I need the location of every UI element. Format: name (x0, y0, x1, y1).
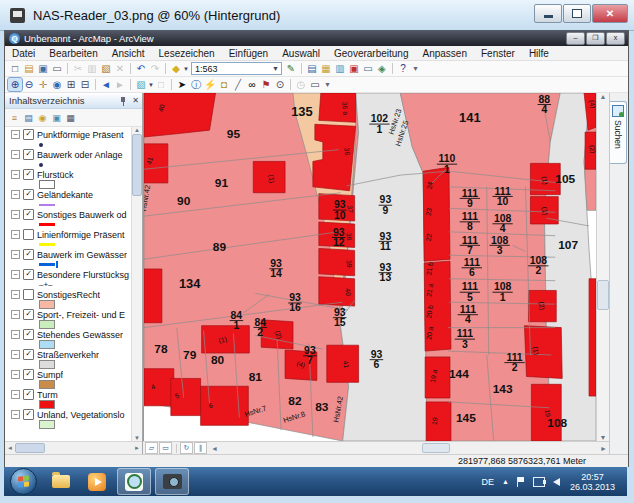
toc-vertical-scrollbar[interactable]: ▲ ▼ (131, 127, 142, 441)
taskbar-media-player-button[interactable] (81, 469, 113, 494)
hyperlink-icon[interactable]: ⚡ (203, 78, 217, 91)
layer-checkbox[interactable]: ✓ (23, 189, 34, 200)
collapse-icon[interactable]: – (11, 210, 20, 219)
layer-checkbox[interactable]: ✓ (23, 169, 34, 180)
taskbar-arcmap-button[interactable] (117, 468, 151, 495)
viewer-window-icon[interactable]: ▭ (308, 78, 322, 91)
pause-drawing-button[interactable]: ∥ (194, 442, 207, 454)
help-icon[interactable]: ? (396, 62, 410, 75)
fixed-zoom-in-icon[interactable]: ⊞ (64, 78, 78, 91)
pan-icon[interactable]: ✛ (36, 78, 50, 91)
collapse-icon[interactable]: – (11, 390, 20, 399)
toc-layer-row[interactable]: –✓Unland, Vegetationslo (11, 409, 142, 420)
toc-close-icon[interactable]: ✕ (132, 96, 139, 105)
scroll-up-icon[interactable]: ▲ (134, 127, 140, 133)
menu-item-bearbeiten[interactable]: Bearbeiten (42, 48, 104, 59)
layer-checkbox[interactable]: ✓ (23, 409, 34, 420)
toc-layer-row[interactable]: –✓Stehendes Gewässer (11, 329, 142, 340)
menu-item-hilfe[interactable]: Hilfe (522, 48, 556, 59)
collapse-icon[interactable]: – (11, 350, 20, 359)
toc-horizontal-scrollbar[interactable]: ◄ ► (5, 441, 142, 454)
map-vscroll-thumb[interactable] (597, 280, 609, 310)
list-by-visibility-icon[interactable]: ◉ (36, 112, 49, 124)
start-button[interactable] (10, 468, 37, 495)
collapse-icon[interactable]: – (11, 330, 20, 339)
go-to-xy-icon[interactable]: ⊙ (273, 78, 287, 91)
copy-icon[interactable]: ▥ (85, 62, 99, 75)
arcmap-maximize-button[interactable]: ❐ (586, 32, 605, 45)
list-by-source-icon[interactable]: ▤ (22, 112, 35, 124)
modelbuilder-icon[interactable]: ◈ (375, 62, 389, 75)
list-by-drawing-order-icon[interactable]: ≡ (8, 112, 21, 124)
toc-layer-row[interactable]: –✓Sumpf (11, 369, 142, 380)
toc-layer-row[interactable]: –✓Besondere Flurstücksg (11, 269, 142, 280)
layer-checkbox[interactable]: ✓ (23, 309, 34, 320)
toc-layer-row[interactable]: –✓Geländekante (11, 189, 142, 200)
cut-icon[interactable]: ✂ (71, 62, 85, 75)
undo-icon[interactable]: ↶ (134, 62, 148, 75)
scroll-down-icon[interactable]: ▼ (600, 434, 607, 441)
toc-layer-row[interactable]: –✓Bauwerk oder Anlage (11, 149, 142, 160)
menu-item-lesezeichen[interactable]: Lesezeichen (152, 48, 222, 59)
scroll-down-icon[interactable]: ▼ (134, 435, 140, 441)
layer-checkbox[interactable]: ✓ (23, 209, 34, 220)
measure-icon[interactable]: ╱ (231, 78, 245, 91)
chevron-down-icon[interactable]: ▼ (183, 66, 189, 72)
layer-checkbox[interactable] (23, 229, 34, 240)
taskbar-explorer-button[interactable] (45, 469, 77, 494)
collapse-icon[interactable]: – (11, 410, 20, 419)
viewer-restore-button[interactable] (563, 4, 591, 23)
layer-checkbox[interactable]: ✓ (23, 129, 34, 140)
list-by-selection-icon[interactable]: ▣ (50, 112, 63, 124)
print-icon[interactable]: ▭ (50, 62, 64, 75)
layer-checkbox[interactable]: ✓ (23, 149, 34, 160)
select-features-icon[interactable]: ▧ (134, 78, 148, 91)
speaker-icon[interactable] (553, 478, 560, 486)
scroll-left-icon[interactable]: ◄ (7, 445, 13, 451)
toc-layer-row[interactable]: –✓Flurstück (11, 169, 142, 180)
pin-icon[interactable] (119, 96, 127, 106)
layer-checkbox[interactable]: ✓ (23, 369, 34, 380)
toc-layer-row[interactable]: –✓Bauwerk im Gewässer (11, 249, 142, 260)
menu-item-fenster[interactable]: Fenster (474, 48, 522, 59)
catalog-window-icon[interactable]: ▦ (319, 62, 333, 75)
open-folder-icon[interactable]: ▤ (22, 62, 36, 75)
action-center-flag-icon[interactable] (517, 477, 525, 487)
collapse-icon[interactable]: – (11, 190, 20, 199)
viewer-minimize-button[interactable] (534, 4, 562, 23)
layer-checkbox[interactable]: ✓ (23, 389, 34, 400)
layer-checkbox[interactable]: ✓ (23, 349, 34, 360)
language-indicator[interactable]: DE (482, 477, 495, 487)
layer-checkbox[interactable] (23, 289, 34, 300)
map-vertical-scrollbar[interactable]: ▲ ▼ (596, 93, 609, 441)
table-of-contents-icon[interactable]: ▤ (305, 62, 319, 75)
chevron-down-icon[interactable]: ▼ (272, 65, 281, 72)
scroll-right-icon[interactable]: ► (134, 445, 140, 451)
clear-selection-icon[interactable]: □ (154, 78, 168, 91)
scroll-left-icon[interactable]: ◄ (211, 445, 218, 452)
arcmap-close-button[interactable]: x (606, 32, 625, 45)
collapse-icon[interactable]: – (11, 250, 20, 259)
collapse-icon[interactable]: – (11, 270, 20, 279)
menu-item-auswahl[interactable]: Auswahl (275, 48, 327, 59)
collapse-icon[interactable]: – (11, 170, 20, 179)
refresh-view-button[interactable]: ↻ (180, 442, 193, 454)
html-popup-icon[interactable]: ◘ (217, 78, 231, 91)
menu-item-ansicht[interactable]: Ansicht (105, 48, 152, 59)
collapse-icon[interactable]: – (11, 230, 20, 239)
map-scale-combo[interactable]: 1:563▼ (191, 62, 282, 75)
zoom-in-icon[interactable]: ⊕ (8, 78, 22, 91)
redo-icon[interactable]: ↷ (148, 62, 162, 75)
editor-sketch-icon[interactable]: ✎ (284, 62, 298, 75)
collapse-icon[interactable]: – (11, 310, 20, 319)
arctoolbox-icon[interactable]: ▣ (347, 62, 361, 75)
search-dock-tab[interactable]: Suchen (610, 101, 627, 164)
back-icon[interactable]: ◄ (99, 78, 113, 91)
select-elements-icon[interactable]: ➤ (175, 78, 189, 91)
delete-icon[interactable]: ✕ (113, 62, 127, 75)
time-window-icon[interactable]: ◷ (294, 78, 308, 91)
toc-layer-row[interactable]: –✓Sport-, Freizeit- und E (11, 309, 142, 320)
menu-item-einfügen[interactable]: Einfügen (222, 48, 275, 59)
taskbar-capture-button[interactable] (155, 468, 189, 495)
layer-checkbox[interactable]: ✓ (23, 249, 34, 260)
